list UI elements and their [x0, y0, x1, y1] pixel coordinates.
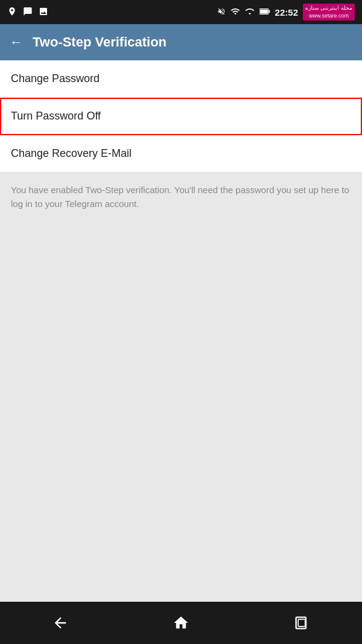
info-text: You have enabled Two-Step verification. …	[11, 183, 351, 211]
change-recovery-email-item[interactable]: Change Recovery E-Mail	[0, 135, 362, 173]
wifi-icon	[230, 7, 240, 18]
watermark: مجله اینترنتی ستاره www.setare.com	[303, 4, 355, 20]
message-icon	[23, 7, 33, 18]
status-bar-left	[7, 7, 48, 18]
change-password-item[interactable]: Change Password	[0, 60, 362, 98]
home-nav-button[interactable]	[163, 605, 199, 641]
svg-rect-1	[260, 9, 268, 13]
recent-nav-button[interactable]	[284, 605, 320, 641]
image-icon	[39, 7, 48, 18]
signal-icon	[245, 7, 255, 18]
svg-rect-2	[268, 10, 270, 13]
status-bar: 22:52 مجله اینترنتی ستاره www.setare.com	[0, 0, 362, 24]
turn-password-off-label: Turn Password Off	[11, 110, 101, 122]
info-section: You have enabled Two-Step verification. …	[0, 173, 362, 602]
location-icon	[7, 7, 17, 18]
turn-password-off-item[interactable]: Turn Password Off	[0, 98, 362, 135]
battery-icon	[259, 7, 270, 18]
change-recovery-email-label: Change Recovery E-Mail	[11, 147, 132, 159]
back-nav-button[interactable]	[42, 605, 78, 641]
page-title: Two-Step Verification	[33, 34, 167, 50]
header: ← Two-Step Verification	[0, 24, 362, 60]
status-bar-right: 22:52 مجله اینترنتی ستاره www.setare.com	[217, 4, 355, 20]
content-area: Change Password Turn Password Off Change…	[0, 60, 362, 602]
back-button[interactable]: ←	[10, 34, 23, 50]
bottom-nav	[0, 602, 362, 644]
svg-rect-4	[298, 619, 305, 626]
change-password-label: Change Password	[11, 72, 100, 84]
status-time: 22:52	[275, 7, 298, 18]
mute-icon	[217, 7, 226, 18]
